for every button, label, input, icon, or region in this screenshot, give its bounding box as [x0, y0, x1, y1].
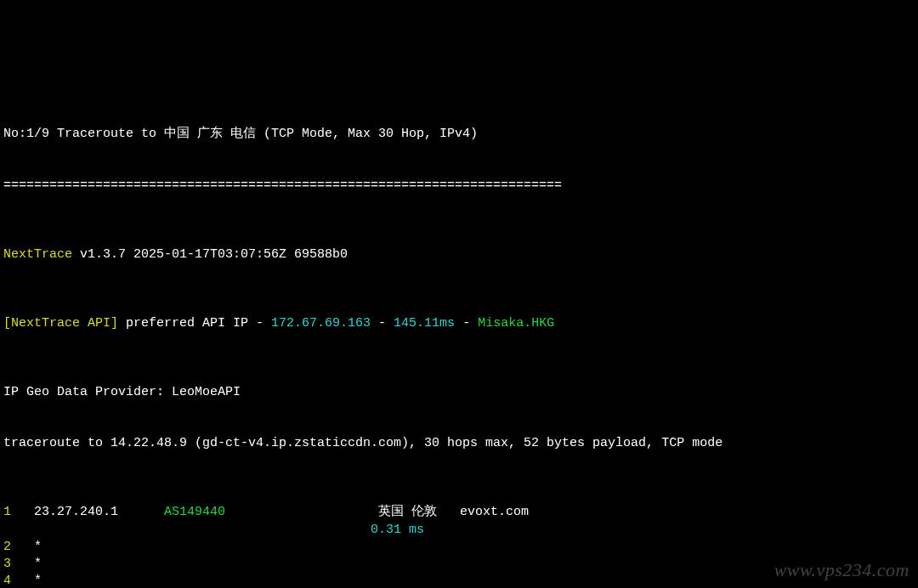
watermark: www.vps234.com	[774, 557, 910, 583]
hop-latency: 0.31 ms	[3, 522, 424, 539]
hop-timeout: *	[34, 574, 42, 588]
provider-line: IP Geo Data Provider: LeoMoeAPI	[3, 384, 915, 401]
api-node: Misaka.HKG	[478, 316, 554, 331]
api-sep2: -	[455, 316, 478, 331]
hop-number: 1	[3, 504, 34, 521]
hop-number: 3	[3, 556, 34, 573]
hop-timeout: *	[34, 557, 42, 571]
app-name: NextTrace	[3, 247, 72, 262]
hop-geo: 英国 伦敦 evoxt.com	[378, 504, 529, 521]
api-ip: 172.67.69.163	[271, 316, 371, 331]
hop-number: 2	[3, 539, 34, 556]
api-line: [NextTrace API] preferred API IP - 172.6…	[3, 315, 915, 332]
traceroute-line: traceroute to 14.22.48.9 (gd-ct-v4.ip.zs…	[3, 435, 915, 452]
header-title: No:1/9 Traceroute to 中国 广东 电信 (TCP Mode,…	[3, 126, 915, 143]
header-divider: ========================================…	[3, 178, 915, 195]
api-latency: 145.11ms	[394, 316, 455, 331]
hop-timeout: *	[34, 540, 42, 554]
hop-number: 4	[3, 573, 34, 588]
hop-row: 123.27.240.1AS149440英国 伦敦 evoxt.com	[3, 504, 915, 521]
terminal-output: No:1/9 Traceroute to 中国 广东 电信 (TCP Mode,…	[3, 74, 915, 588]
version-line: NextTrace v1.3.7 2025-01-17T03:07:56Z 69…	[3, 246, 915, 263]
api-label: [NextTrace API]	[3, 316, 118, 331]
hop-latency-row: 0.31 ms	[3, 522, 915, 539]
api-text: preferred API IP -	[118, 316, 271, 331]
hop-ip: 23.27.240.1	[34, 504, 164, 521]
hop-asn: AS149440	[164, 504, 248, 521]
hop-row: 2*	[3, 539, 915, 556]
version-text: v1.3.7 2025-01-17T03:07:56Z 69588b0	[72, 247, 348, 262]
api-sep: -	[371, 316, 394, 331]
